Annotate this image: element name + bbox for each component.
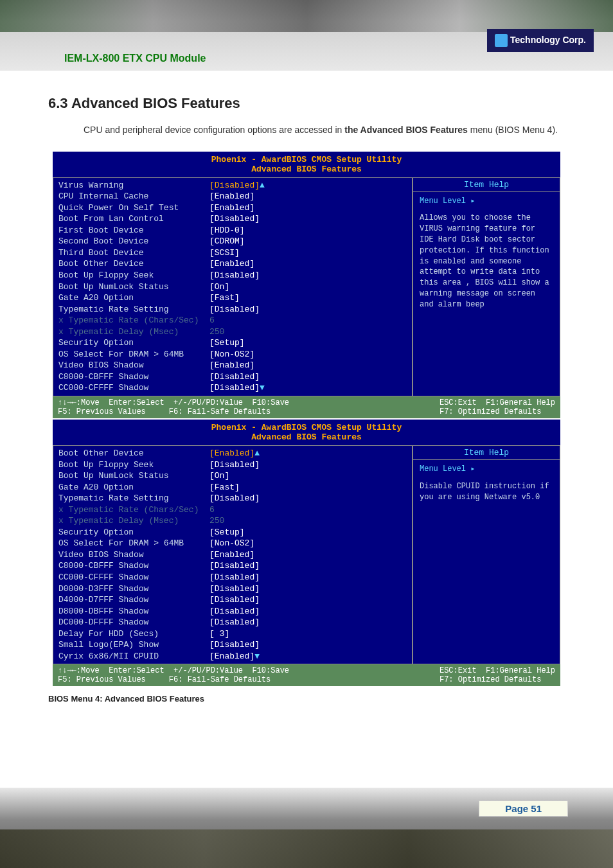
bios-option-label: Gate A20 Option [58,482,209,493]
bios-option-label: D0000-D3FFF Shadow [58,583,209,595]
bios-option-label: x Typematic Delay (Msec) [58,515,209,527]
bios-option-row[interactable]: D8000-DBFFF Shadow[Disabled] [58,606,407,617]
bios2-footer-r2: F7: Optimized Defaults [440,675,541,684]
bios-option-row[interactable]: x Typematic Rate (Chars/Sec)6 [58,315,407,326]
bios1-help-panel: Item Help Menu Level ▸ Allows you to cho… [413,177,560,396]
bios-option-label: CC000-CFFFF Shadow [58,382,209,394]
bios-option-row[interactable]: Boot Up Floppy Seek[Disabled] [58,270,407,281]
bios1-footer-l1: ↑↓→←:Move Enter:Select +/-/PU/PD:Value F… [58,398,289,407]
bios-option-row[interactable]: Typematic Rate Setting[Disabled] [58,493,407,504]
bios-option-value: [ 3] [209,628,229,640]
bios-option-value: [Enabled] [209,549,254,561]
bios-option-row[interactable]: CC000-CFFFF Shadow[Disabled] [58,572,407,583]
module-title: IEM-LX-800 ETX CPU Module [64,53,206,64]
bios-option-value: [Disabled] [209,371,260,383]
bios-option-label: Typematic Rate Setting [58,304,209,315]
bios-option-value: [Disabled] [209,594,260,606]
bios-option-row[interactable]: First Boot Device[HDD-0] [58,225,407,236]
bios-option-row[interactable]: OS Select For DRAM > 64MB[Non-OS2] [58,538,407,549]
bios-option-value: [Disabled] [209,270,260,281]
bios-option-row[interactable]: D4000-D7FFF Shadow[Disabled] [58,594,407,606]
bios-option-row[interactable]: Security Option[Setup] [58,527,407,538]
bios-option-row[interactable]: C8000-CBFFF Shadow[Disabled] [58,371,407,383]
bios-option-row[interactable]: Boot Up Floppy Seek[Disabled] [58,459,407,471]
bios-option-row[interactable]: x Typematic Rate (Chars/Sec)6 [58,504,407,516]
bios-option-row[interactable]: OS Select For DRAM > 64MB[Non-OS2] [58,349,407,360]
bios-option-row[interactable]: Virus Warning[Disabled]▲ [58,180,407,191]
bios2-footer-l2: F5: Previous Values F6: Fail-Safe Defaul… [58,675,271,684]
bios-option-value: [Disabled] [209,459,260,471]
bios-option-value: 250 [209,515,224,527]
bios2-help-panel: Item Help Menu Level ▸ Disable CPUID ins… [413,445,560,664]
bios1-footer-l2: F5: Previous Values F6: Fail-Safe Defaul… [58,407,271,416]
bios-option-row[interactable]: Video BIOS Shadow[Enabled] [58,360,407,371]
bios-option-row[interactable]: Boot Other Device[Enabled] [58,258,407,270]
bios-option-value: 6 [209,504,215,516]
bios-option-value: [Enabled] [209,448,254,459]
bios-option-row[interactable]: Small Logo(EPA) Show[Disabled] [58,639,407,651]
bios-option-label: OS Select For DRAM > 64MB [58,349,209,360]
bios2-menu-level: Menu Level ▸ [420,464,553,475]
bios-option-label: Boot Up Floppy Seek [58,459,209,471]
bios2-title: Phoenix - AwardBIOS CMOS Setup Utility A… [53,420,560,445]
bios-option-label: C8000-CBFFF Shadow [58,371,209,383]
scroll-up-icon: ▲ [260,180,265,191]
bios-option-row[interactable]: DC000-DFFFF Shadow[Disabled] [58,617,407,628]
bios-option-label: Gate A20 Option [58,292,209,304]
intro-paragraph: CPU and peripheral device configuration … [84,121,565,139]
bios-option-value: [Non-OS2] [209,349,254,360]
bios-option-label: Boot Other Device [58,448,209,459]
bios-option-row[interactable]: Quick Power On Self Test[Enabled] [58,202,407,214]
bios-option-row[interactable]: Cyrix 6x86/MII CPUID[Enabled]▼ [58,651,407,662]
bios1-title-line2: Advanced BIOS Features [251,164,362,174]
bios2-footer: ↑↓→←:Move Enter:Select +/-/PU/PD:Value F… [53,664,560,686]
section-heading: 6.3 Advanced BIOS Features [48,95,565,112]
bios-option-row[interactable]: C8000-CBFFF Shadow[Disabled] [58,560,407,572]
bios-option-label: Boot Up NumLock Status [58,470,209,482]
bios2-title-line1: Phoenix - AwardBIOS CMOS Setup Utility [211,423,402,432]
bios-option-label: Boot Other Device [58,258,209,270]
bios-option-label: Video BIOS Shadow [58,549,209,561]
bios-option-label: Security Option [58,337,209,349]
bios1-help-title: Item Help [413,178,560,192]
bios1-footer: ↑↓→←:Move Enter:Select +/-/PU/PD:Value F… [53,396,560,418]
bios-option-label: Second Boot Device [58,236,209,247]
bios2-footer-r1: ESC:Exit F1:General Help [440,666,555,675]
bios-option-row[interactable]: Video BIOS Shadow[Enabled] [58,549,407,561]
bios2-options-panel: Boot Other Device[Enabled]▲Boot Up Flopp… [53,445,413,664]
bios-option-row[interactable]: Boot Up NumLock Status[On] [58,470,407,482]
bios2-title-line2: Advanced BIOS Features [251,432,362,442]
bios-option-row[interactable]: Boot Up NumLock Status[On] [58,281,407,293]
bios-option-row[interactable]: Second Boot Device[CDROM] [58,236,407,247]
bios2-help-title: Item Help [413,446,560,460]
bios-option-value: [Enabled] [209,191,254,202]
bios-option-row[interactable]: Gate A20 Option[Fast] [58,482,407,493]
bios-option-label: Quick Power On Self Test [58,202,209,214]
bios-option-row[interactable]: Security Option[Setup] [58,337,407,349]
intro-bold: the Advanced BIOS Features [344,125,468,135]
bios-option-label: x Typematic Delay (Msec) [58,326,209,338]
bios-option-label: Delay For HDD (Secs) [58,628,209,640]
bios-option-row[interactable]: Gate A20 Option[Fast] [58,292,407,304]
bios2-help-text: Disable CPUID instruction if you are usi… [420,481,553,503]
bios-option-row[interactable]: Boot Other Device[Enabled]▲ [58,448,407,459]
bios-option-label: x Typematic Rate (Chars/Sec) [58,504,209,516]
bios-option-value: [On] [209,470,229,482]
bios-option-value: [Disabled] [209,180,260,191]
bios-option-value: [Disabled] [209,572,260,583]
bios-option-row[interactable]: Delay For HDD (Secs)[ 3] [58,628,407,640]
bios-option-label: OS Select For DRAM > 64MB [58,538,209,549]
bios-option-row[interactable]: CC000-CFFFF Shadow[Disabled]▼ [58,382,407,394]
scroll-down-icon: ▼ [260,382,265,394]
bios-option-row[interactable]: x Typematic Delay (Msec)250 [58,326,407,338]
bios-option-value: [Disabled] [209,617,260,628]
bios-option-row[interactable]: x Typematic Delay (Msec)250 [58,515,407,527]
bios-option-row[interactable]: Third Boot Device[SCSI] [58,247,407,259]
bios1-title: Phoenix - AwardBIOS CMOS Setup Utility A… [53,152,560,177]
bios-option-row[interactable]: Typematic Rate Setting[Disabled] [58,304,407,315]
bios-screen-1: Phoenix - AwardBIOS CMOS Setup Utility A… [53,152,560,418]
bios-option-label: Security Option [58,527,209,538]
bios-option-row[interactable]: D0000-D3FFF Shadow[Disabled] [58,583,407,595]
bios-option-row[interactable]: CPU Internal Cache[Enabled] [58,191,407,202]
bios-option-row[interactable]: Boot From Lan Control[Disabled] [58,213,407,225]
